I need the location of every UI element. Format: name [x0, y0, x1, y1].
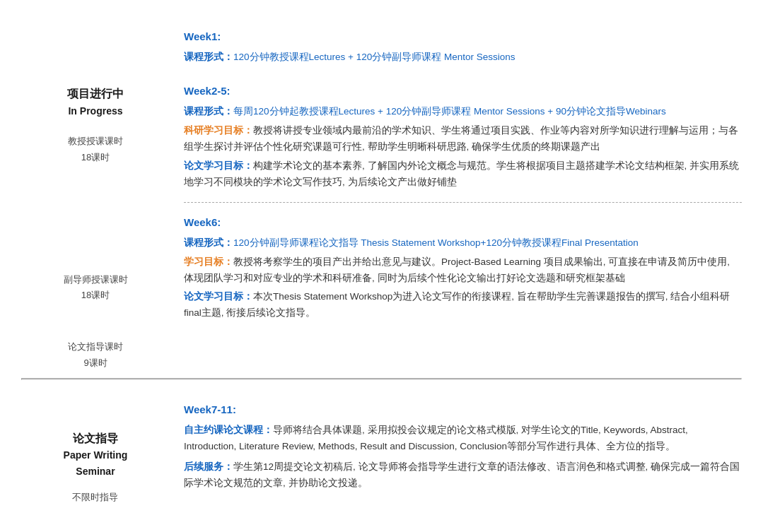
week2-5-title: Week2-5:: [184, 83, 742, 100]
week7-11-title: Week7-11:: [184, 401, 742, 418]
week2-5-line2: 论文学习目标：构建学术论文的基本素养, 了解国内外论文概念与规范。学生将根据项目…: [184, 158, 742, 191]
week6-line2-label: 论文学习目标：: [184, 291, 253, 302]
sub-item-0-hours: 18课时: [81, 152, 110, 162]
week6-line2: 论文学习目标：本次Thesis Statement Workshop为进入论文写…: [184, 289, 742, 321]
week6-line1-label: 学习目标：: [184, 256, 233, 267]
paper-writing-section: 论文指导 Paper Writing Seminar 不限时指导 Week7-1…: [21, 380, 742, 512]
week7-11-line1: 后续服务：学生第12周提交论文初稿后, 论文导师将会指导学生进行文章的语法修改、…: [184, 459, 742, 492]
week6-line2-content: 本次Thesis Statement Workshop为进入论文写作的衔接课程,…: [184, 291, 730, 318]
main-wrapper: 项目进行中 In Progress 教授授课课时 18课时 副导师授课课时 18…: [21, 14, 742, 512]
week1-block: Week1: 课程形式：120分钟教授课程Lectures + 120分钟副导师…: [184, 28, 742, 66]
dashed-divider: [184, 202, 742, 203]
week6-line0: 课程形式：120分钟副导师课程论文指导 Thesis Statement Wor…: [184, 235, 742, 252]
paper-writing-right: Week7-11: 自主约课论文课程：导师将结合具体课题, 采用拟投会议规定的论…: [177, 401, 742, 505]
week6-line0-label: 课程形式：: [184, 237, 233, 248]
sub-item-1-label: 副导师授课课时: [64, 274, 128, 285]
week7-11-line1-content: 学生第12周提交论文初稿后, 论文导师将会指导学生进行文章的语法修改、语言润色和…: [184, 461, 740, 488]
week2-5-line1-label: 科研学习目标：: [184, 125, 253, 136]
week2-5-line2-content: 构建学术论文的基本素养, 了解国内外论文概念与规范。学生将根据项目主题搭建学术论…: [184, 160, 739, 187]
week1-title: Week1:: [184, 28, 742, 45]
week7-11-line0-label: 自主约课论文课程：: [184, 425, 273, 435]
week2-5-line0-label: 课程形式：: [184, 106, 233, 117]
in-progress-label-en: In Progress: [67, 103, 124, 119]
week7-11-line1-label: 后续服务：: [184, 461, 233, 472]
week2-5-line1: 科研学习目标：教授将讲授专业领域内最前沿的学术知识、学生将通过项目实践、作业等内…: [184, 123, 742, 155]
week6-line0-content: 120分钟副导师课程论文指导 Thesis Statement Workshop…: [233, 237, 639, 248]
paper-writing-hours: 不限时指导: [72, 492, 118, 502]
week7-11-line0: 自主约课论文课程：导师将结合具体课题, 采用拟投会议规定的论文格式模版, 对学生…: [184, 422, 742, 455]
week2-5-line0-content: 每周120分钟起教授课程Lectures + 120分钟副导师课程 Mentor…: [233, 106, 666, 117]
week1-line0-label: 课程形式：: [184, 52, 233, 62]
week7-11-block: Week7-11: 自主约课论文课程：导师将结合具体课题, 采用拟投会议规定的论…: [184, 401, 742, 492]
week2-5-line2-label: 论文学习目标：: [184, 160, 253, 171]
sub-item-0-label: 教授授课课时: [68, 136, 123, 146]
paper-writing-left: 论文指导 Paper Writing Seminar 不限时指导: [21, 401, 177, 505]
week1-line0-content: 120分钟教授课程Lectures + 120分钟副导师课程 Mentor Se…: [233, 52, 516, 62]
in-progress-label-cn: 项目进行中: [67, 85, 124, 103]
week6-block: Week6: 课程形式：120分钟副导师课程论文指导 Thesis Statem…: [184, 214, 742, 322]
sub-item-1-hours: 18课时: [81, 290, 110, 300]
in-progress-right: Week1: 课程形式：120分钟教授课程Lectures + 120分钟副导师…: [177, 28, 742, 371]
week2-5-block: Week2-5: 课程形式：每周120分钟起教授课程Lectures + 120…: [184, 83, 742, 191]
paper-writing-label-cn: 论文指导: [64, 430, 128, 448]
sub-items: 教授授课课时 18课时: [68, 133, 123, 165]
sub-item-0: 教授授课课时 18课时: [68, 133, 123, 165]
in-progress-section: 项目进行中 In Progress 教授授课课时 18课时 副导师授课课时 18…: [21, 14, 742, 378]
in-progress-left: 项目进行中 In Progress 教授授课课时 18课时 副导师授课课时 18…: [21, 28, 177, 371]
week1-line0: 课程形式：120分钟教授课程Lectures + 120分钟副导师课程 Ment…: [184, 49, 742, 66]
week6-title: Week6:: [184, 214, 742, 231]
sub-item-2-label: 论文指导课时: [68, 341, 123, 352]
sub-item-2-hours: 9课时: [83, 357, 107, 368]
paper-writing-label-en2: Seminar: [64, 463, 128, 479]
week2-5-line0: 课程形式：每周120分钟起教授课程Lectures + 120分钟副导师课程 M…: [184, 104, 742, 120]
week2-5-line1-content: 教授将讲授专业领域内最前沿的学术知识、学生将通过项目实践、作业等内容对所学知识进…: [184, 125, 738, 152]
week6-line1-content: 教授将考察学生的项目产出并给出意见与建议。Project-Based Learn…: [184, 256, 730, 283]
week6-line1: 学习目标：教授将考察学生的项目产出并给出意见与建议。Project-Based …: [184, 254, 742, 287]
paper-writing-label-en: Paper Writing: [64, 447, 128, 463]
